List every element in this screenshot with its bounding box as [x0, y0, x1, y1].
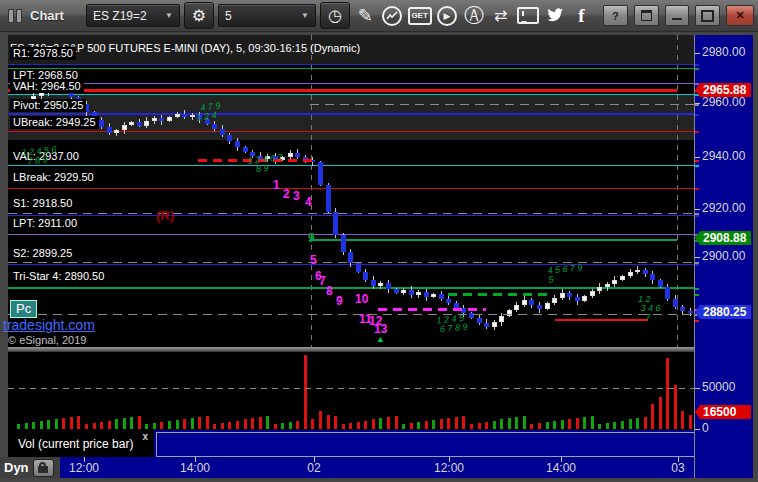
candle[interactable] [552, 298, 557, 303]
candle[interactable] [144, 121, 149, 126]
candle[interactable] [620, 276, 625, 280]
tradesight-link[interactable]: tradesight.com [3, 317, 95, 333]
candle[interactable] [424, 292, 429, 297]
candle[interactable] [643, 270, 648, 274]
candle[interactable] [612, 280, 617, 284]
candle[interactable] [363, 272, 368, 280]
comment-bubble-icon[interactable] [516, 4, 539, 28]
candle[interactable] [235, 141, 240, 147]
candle[interactable] [635, 270, 640, 272]
candle[interactable] [288, 153, 293, 157]
level-line [8, 83, 694, 84]
candle[interactable] [499, 316, 504, 322]
candle[interactable] [560, 293, 565, 298]
draw-pencil-icon[interactable]: ✎ [354, 4, 377, 28]
candle[interactable] [394, 289, 399, 294]
candle[interactable] [243, 147, 248, 152]
lock-icon[interactable] [33, 459, 54, 477]
candle[interactable] [152, 118, 157, 121]
candle[interactable] [605, 284, 610, 288]
volume-bar [629, 419, 632, 429]
candle[interactable] [129, 122, 134, 125]
twitter-icon[interactable] [543, 4, 566, 28]
candle[interactable] [386, 283, 391, 289]
candle[interactable] [680, 307, 685, 312]
candle[interactable] [590, 291, 595, 296]
candle[interactable] [409, 290, 414, 295]
close-button[interactable]: ✕ [726, 5, 754, 26]
candle[interactable] [122, 125, 127, 130]
transfer-arrows-icon[interactable]: ⇄ [489, 4, 512, 28]
candle[interactable] [378, 283, 383, 286]
interval-dropdown[interactable]: 5 ▼ [218, 4, 316, 27]
candle[interactable] [567, 293, 572, 297]
symbol-settings-button[interactable]: ⚙ [184, 2, 214, 29]
minimize-button[interactable] [665, 5, 690, 26]
candle[interactable] [537, 305, 542, 309]
popout-button[interactable] [634, 5, 659, 26]
candle[interactable] [220, 129, 225, 135]
play-button[interactable]: ▶ [436, 4, 459, 28]
candle[interactable] [114, 130, 119, 133]
price-axis[interactable]: 2980.002960.002940.002920.002900.0050000… [694, 35, 753, 478]
level-label: LBreak: 2929.50 [10, 171, 97, 184]
candle[interactable] [326, 185, 331, 212]
candle[interactable] [333, 212, 338, 235]
volume-bar [561, 420, 564, 429]
candle[interactable] [628, 272, 633, 276]
trendline-tool-icon[interactable] [381, 4, 404, 28]
candle[interactable] [182, 114, 187, 117]
candle[interactable] [492, 322, 497, 327]
help-button[interactable]: ? [603, 5, 628, 26]
candle[interactable] [227, 135, 232, 141]
candle[interactable] [575, 297, 580, 301]
close-tab-icon[interactable]: x [142, 431, 148, 442]
candle[interactable] [650, 274, 655, 280]
volume-study-tab[interactable]: Vol (current price bar) x [8, 430, 154, 457]
candle[interactable] [318, 162, 323, 185]
candle[interactable] [658, 280, 663, 287]
symbol-dropdown[interactable]: ES Z19=2 ▼ [86, 4, 180, 27]
volume-bar [591, 416, 594, 429]
candle[interactable] [522, 300, 527, 305]
candle[interactable] [431, 294, 436, 297]
candle[interactable] [416, 292, 421, 295]
candle[interactable] [545, 303, 550, 309]
candle[interactable] [514, 305, 519, 310]
candle[interactable] [597, 287, 602, 291]
axis-tick [695, 388, 700, 389]
auto-annotate-icon[interactable]: Ⓐ [462, 4, 485, 28]
candle[interactable] [673, 299, 678, 307]
horizontal-scrollbar-thumb[interactable] [156, 432, 696, 457]
candle[interactable] [439, 294, 444, 299]
facebook-icon[interactable]: f [570, 4, 593, 28]
candle[interactable] [341, 235, 346, 252]
candle[interactable] [190, 115, 195, 117]
candle[interactable] [401, 290, 406, 293]
candle[interactable] [159, 118, 164, 121]
candle[interactable] [371, 280, 376, 286]
axis-tick-label: 0 [702, 421, 709, 435]
candle[interactable] [167, 117, 172, 122]
candle[interactable] [212, 124, 217, 129]
candle[interactable] [99, 120, 104, 127]
time-settings-button[interactable]: ◷ [320, 2, 350, 29]
candle[interactable] [295, 153, 300, 157]
volume-bar [40, 421, 43, 429]
candle[interactable] [529, 300, 534, 305]
maximize-button[interactable] [695, 5, 720, 26]
candle[interactable] [665, 287, 670, 299]
candle[interactable] [446, 299, 451, 303]
candle[interactable] [356, 263, 361, 272]
candle[interactable] [175, 114, 180, 117]
candle[interactable] [477, 318, 482, 323]
get-data-button[interactable]: GET [408, 4, 432, 28]
candle[interactable] [107, 127, 112, 133]
time-axis[interactable]: Dyn 12:0014:000212:0014:0003 [0, 457, 752, 478]
candle[interactable] [484, 323, 489, 327]
volume-pane[interactable] [8, 352, 694, 430]
volume-bar [123, 418, 126, 429]
price-chart-pane[interactable]: R1: 2978.50LPT: 2968.50VAH: 2964.50Pivot… [8, 35, 694, 347]
candle[interactable] [582, 296, 587, 301]
candle[interactable] [137, 122, 142, 126]
